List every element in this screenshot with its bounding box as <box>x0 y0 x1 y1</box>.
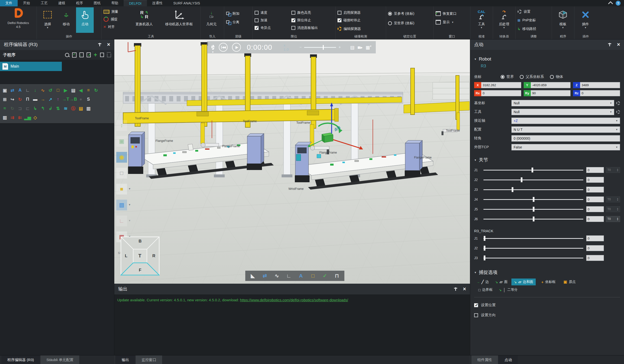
checklist-icon[interactable] <box>72 52 77 58</box>
coordinate-radio[interactable]: 物体 <box>550 74 563 79</box>
close-icon[interactable]: × <box>463 287 466 292</box>
field-dropdown[interactable]: 0 (000000) ▼ <box>511 135 620 142</box>
joint-slider[interactable] <box>483 168 583 172</box>
right-panel-tab[interactable]: 组件属性 <box>471 355 498 364</box>
download-link[interactable]: https://www.delfoirobotics.com/delfoi-ro… <box>240 298 348 302</box>
jog-button[interactable]: 点动 <box>76 7 94 33</box>
program-toolbox-icon[interactable]: ↺ <box>47 87 54 94</box>
limit-checkbox[interactable]: 速度 <box>255 9 291 16</box>
add-subprogram-icon[interactable]: + <box>94 52 97 57</box>
joint-value-input[interactable]: 0 <box>586 206 604 212</box>
viewport-strip-icon[interactable]: ▣ <box>116 136 127 147</box>
film-icon[interactable]: ▦ <box>366 45 371 50</box>
collision-checkbox[interactable]: 碰撞时停止 <box>338 16 384 24</box>
program-toolbox-icon[interactable]: ∿ <box>39 87 47 94</box>
program-toolbox-icon[interactable]: ⇅ <box>54 105 62 112</box>
program-toolbox-icon[interactable]: S <box>85 96 92 103</box>
report-icon[interactable]: ▤ <box>350 45 355 50</box>
joint-turn-spinner[interactable]: T0 ▲▼ <box>606 216 620 222</box>
search-icon[interactable] <box>65 53 69 57</box>
joint-slider-thumb[interactable] <box>533 217 534 221</box>
program-toolbox-icon[interactable]: ▥ <box>1 114 9 121</box>
program-toolbox-icon[interactable]: ▂▅ <box>24 114 31 121</box>
program-toolbox-icon[interactable]: ▤ <box>77 105 85 112</box>
joint-turn-spinner[interactable]: T0 ▲▼ <box>606 196 620 202</box>
scene-canvas[interactable] <box>114 39 470 284</box>
snap-option[interactable]: ↘ ▱ 边和面 <box>511 278 535 285</box>
joint-value-input[interactable]: 0 <box>586 187 604 193</box>
program-toolbox-icon[interactable]: ↪ <box>9 96 16 103</box>
tool-calibration-button[interactable]: CAL 工具 ▼ <box>472 7 491 33</box>
viewport-strip-icon[interactable]: ▧ <box>116 200 127 210</box>
program-toolbox-icon[interactable]: ↓ <box>31 87 39 94</box>
trash-icon[interactable] <box>107 53 111 57</box>
joint-value-input[interactable]: 0 <box>586 196 604 202</box>
menu-item[interactable]: 工艺 <box>35 0 53 6</box>
field-dropdown[interactable]: Null ▼ <box>511 109 614 115</box>
menu-item[interactable]: 图纸 <box>88 0 106 6</box>
program-toolbox-icon[interactable]: ∟ <box>24 87 31 94</box>
collapse-ribbon-icon[interactable] <box>608 1 613 6</box>
program-toolbox-icon[interactable]: ▥ <box>85 105 92 112</box>
program-toolbox-icon[interactable]: ≡ <box>85 87 92 94</box>
select-button[interactable]: 选择 ▼ <box>39 7 56 33</box>
plugins-button[interactable]: 插件 ▼ <box>576 7 595 33</box>
measure-button[interactable]: 测量 <box>104 8 129 15</box>
program-toolbox-icon[interactable]: A <box>16 87 24 94</box>
play-button[interactable]: ▶ <box>232 43 241 52</box>
joint-slider-thumb[interactable] <box>484 255 485 260</box>
program-toolbox-icon[interactable]: → <box>39 96 47 103</box>
help-button[interactable]: ? <box>616 1 621 6</box>
view-cube[interactable]: B L T R F <box>120 236 160 275</box>
joint-slider-thumb[interactable] <box>533 197 534 202</box>
menu-item[interactable]: 建模 <box>53 0 71 6</box>
view-cube-right[interactable]: R <box>152 253 155 258</box>
pnp-frame-button[interactable]: ⊞ PnP坐标 <box>518 16 550 24</box>
viewport-tool-icon[interactable]: ∿ <box>273 272 281 280</box>
program-toolbox-icon[interactable]: ↗ <box>47 96 54 103</box>
viewport-strip-icon[interactable]: □ <box>116 168 127 179</box>
menu-item[interactable]: SURF ANALYSIS <box>168 0 206 6</box>
pose-value-input[interactable]: 90 <box>531 90 571 96</box>
snap-option[interactable]: □ 边界框 <box>474 286 495 293</box>
limit-checkbox[interactable]: 加速 <box>255 16 291 24</box>
joint-value-input[interactable]: 0 <box>586 255 604 261</box>
program-toolbox-icon[interactable]: ↑ <box>54 96 62 103</box>
viewport-strip-icon[interactable]: ◉ <box>116 152 127 163</box>
joint-slider-thumb[interactable] <box>533 207 534 212</box>
copy-icon[interactable] <box>100 53 104 57</box>
program-toolbox-icon[interactable]: ⊞ <box>1 96 9 103</box>
viewport-tool-icon[interactable]: ⇄ <box>261 272 269 280</box>
program-toolbox-icon[interactable]: □ <box>54 87 62 94</box>
view-cube-top[interactable]: T <box>138 253 141 259</box>
program-toolbox-icon[interactable]: ↳ <box>31 105 39 112</box>
program-toolbox-icon[interactable]: →T <box>62 96 69 103</box>
joint-value-input[interactable]: 0 <box>586 235 604 241</box>
pose-value-input[interactable]: 3489 <box>580 82 620 88</box>
joint-turn-spinner[interactable]: T0 ▲▼ <box>606 167 620 173</box>
joints-section-header[interactable]: 关节 <box>474 157 620 163</box>
program-toolbox-icon[interactable]: ≈ <box>1 105 9 112</box>
settings-button[interactable]: 设置 <box>518 8 550 15</box>
lock-position-radio[interactable]: 至参考 (坐标) <box>388 10 431 17</box>
gear-icon[interactable] <box>616 110 620 114</box>
pin-icon[interactable] <box>608 43 611 46</box>
joint-slider[interactable] <box>483 217 583 221</box>
program-toolbox-icon[interactable]: ⊐ <box>16 105 24 112</box>
limit-checkbox[interactable]: 消息面板输出 <box>291 24 333 32</box>
program-toolbox-icon[interactable]: ▤ <box>69 87 77 94</box>
limit-checkbox[interactable]: 奇异点 <box>255 24 291 32</box>
pin-icon[interactable] <box>454 287 457 291</box>
snap-option[interactable]: → ╱ 边 <box>474 278 491 285</box>
pose-value-input[interactable]: 0 <box>580 90 620 96</box>
viewport-tool-icon[interactable]: ✓ <box>321 272 329 280</box>
joint-value-input[interactable]: 0 <box>586 216 604 222</box>
playback-settings-icon[interactable] <box>211 45 214 50</box>
move-button[interactable]: ↔↕ 移动 <box>57 7 75 33</box>
postprocess-button[interactable]: ↷ 后处理 ▼ <box>495 7 513 33</box>
close-icon[interactable]: × <box>107 42 110 47</box>
joint-slider-thumb[interactable] <box>512 187 513 192</box>
set-orientation-checkbox[interactable]: 设置方向 <box>474 313 620 318</box>
gear-icon[interactable] <box>616 101 620 105</box>
snap-button[interactable]: 捕捉 <box>104 15 129 23</box>
